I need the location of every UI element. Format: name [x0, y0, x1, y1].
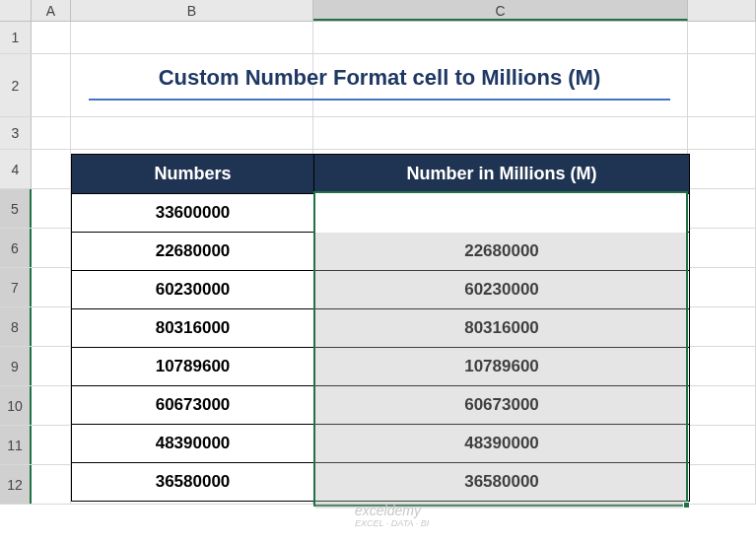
title-area: Custom Number Format cell to Millions (M…: [89, 65, 670, 101]
header-millions[interactable]: Number in Millions (M): [314, 155, 689, 193]
row-header-4[interactable]: 4: [0, 150, 32, 188]
cell-numbers[interactable]: 22680000: [72, 233, 314, 270]
cell-a1[interactable]: [32, 22, 71, 53]
cell-numbers[interactable]: 33600000: [72, 194, 314, 232]
cell-c1[interactable]: [313, 22, 688, 53]
watermark: exceldemy EXCEL · DATA · BI: [355, 503, 429, 528]
row-header-10[interactable]: 10: [0, 386, 32, 425]
row-header-1[interactable]: 1: [0, 22, 32, 53]
cell-millions[interactable]: 22680000: [314, 233, 689, 270]
column-header-d[interactable]: [688, 0, 756, 21]
table-row: 6023000060230000: [72, 270, 689, 308]
table-row: 4839000048390000: [72, 424, 689, 462]
cell-numbers[interactable]: 80316000: [72, 309, 314, 347]
title-underline: [89, 99, 670, 101]
cell-millions[interactable]: 60230000: [314, 271, 689, 308]
table-row: 2268000022680000: [72, 232, 689, 270]
cell-numbers[interactable]: 36580000: [72, 463, 314, 501]
row-header-11[interactable]: 11: [0, 426, 32, 464]
data-table: Numbers Number in Millions (M) 336000003…: [71, 154, 690, 502]
select-all-corner[interactable]: [0, 0, 32, 21]
row-header-7[interactable]: 7: [0, 268, 32, 306]
row-header-8[interactable]: 8: [0, 307, 32, 346]
cell-millions[interactable]: 60673000: [314, 386, 689, 424]
column-header-b[interactable]: B: [71, 0, 313, 21]
cell-b1[interactable]: [71, 22, 313, 53]
row-header-5[interactable]: 5: [0, 189, 32, 228]
cell-millions[interactable]: 48390000: [314, 425, 689, 462]
cell-millions[interactable]: 33600000: [314, 194, 689, 232]
column-header-c[interactable]: C: [313, 0, 688, 21]
column-header-a[interactable]: A: [32, 0, 71, 21]
header-numbers[interactable]: Numbers: [72, 155, 314, 193]
watermark-tag: EXCEL · DATA · BI: [355, 518, 429, 528]
cell-millions[interactable]: 80316000: [314, 309, 689, 347]
watermark-brand: exceldemy: [355, 503, 421, 518]
row-header-12[interactable]: 12: [0, 465, 32, 504]
spreadsheet-view: A B C 1 2 3 4 5 6 7 8 9 10 11 12 Custom …: [0, 0, 756, 542]
cell-numbers[interactable]: 10789600: [72, 348, 314, 385]
cell-numbers[interactable]: 60673000: [72, 386, 314, 424]
row-header-9[interactable]: 9: [0, 347, 32, 385]
table-row: 6067300060673000: [72, 385, 689, 424]
cell-millions[interactable]: 36580000: [314, 463, 689, 501]
table-header-row: Numbers Number in Millions (M): [72, 155, 689, 193]
cell-numbers[interactable]: 60230000: [72, 271, 314, 308]
table-row: 8031600080316000: [72, 308, 689, 347]
row-header-6[interactable]: 6: [0, 229, 32, 267]
row-header-2[interactable]: 2: [0, 54, 32, 116]
table-row: 3658000036580000: [72, 462, 689, 501]
table-row: 1078960010789600: [72, 347, 689, 385]
page-title: Custom Number Format cell to Millions (M…: [89, 65, 670, 91]
column-headers: A B C: [0, 0, 756, 22]
cell-numbers[interactable]: 48390000: [72, 425, 314, 462]
table-row: 3360000033600000: [72, 193, 689, 232]
row-header-3[interactable]: 3: [0, 117, 32, 149]
cell-millions[interactable]: 10789600: [314, 348, 689, 385]
